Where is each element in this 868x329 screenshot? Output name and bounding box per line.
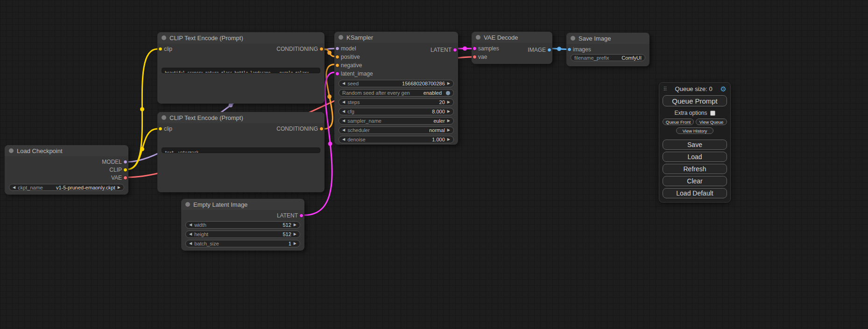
collapse-dot-icon[interactable] <box>9 148 14 153</box>
queue-front-button[interactable]: Queue Front <box>663 119 694 125</box>
node-title: CLIP Text Encode (Prompt) <box>169 114 243 121</box>
node-clip-text-encode-negative[interactable]: CLIP Text Encode (Prompt) clip CONDITION… <box>157 112 325 192</box>
node-vae-decode[interactable]: VAE Decode IMAGE samples vae <box>472 32 552 64</box>
output-label-latent: LATENT <box>277 212 298 219</box>
widget-label: filename_prefix <box>574 55 609 61</box>
collapse-dot-icon[interactable] <box>571 36 575 41</box>
node-empty-latent-image[interactable]: Empty Latent Image LATENT ◀ width 512 ▶ … <box>181 199 304 251</box>
decrement-arrow-icon[interactable]: ◀ <box>189 232 192 236</box>
collapse-dot-icon[interactable] <box>476 35 480 40</box>
decrement-arrow-icon[interactable]: ◀ <box>342 138 345 141</box>
toggle-dot-icon[interactable] <box>446 91 450 95</box>
wire-conditioning-negative <box>325 64 334 129</box>
widget-cfg[interactable]: ◀ cfg 8.000 ▶ <box>339 108 454 115</box>
input-row-samples: samples <box>472 44 552 53</box>
settings-gear-icon[interactable]: ⚙ <box>720 85 727 92</box>
collapse-dot-icon[interactable] <box>185 202 190 207</box>
node-save-image[interactable]: Save Image images filename_prefix ComfyU… <box>566 33 649 66</box>
input-slot-clip[interactable] <box>158 127 162 131</box>
decrement-arrow-icon[interactable]: ◀ <box>342 82 345 85</box>
view-queue-button[interactable]: View Queue <box>696 119 727 125</box>
widget-seed[interactable]: ◀ seed 156680208700286 ▶ <box>339 80 454 87</box>
increment-arrow-icon[interactable]: ▶ <box>447 110 450 113</box>
increment-arrow-icon[interactable]: ▶ <box>447 138 450 141</box>
input-slot-model[interactable] <box>335 47 339 51</box>
node-titlebar[interactable]: VAE Decode <box>472 32 552 43</box>
input-slot-clip[interactable] <box>158 47 162 51</box>
increment-arrow-icon[interactable]: ▶ <box>294 242 296 245</box>
node-titlebar[interactable]: Empty Latent Image <box>181 199 304 210</box>
next-arrow-icon[interactable]: ▶ <box>118 186 120 189</box>
collapse-dot-icon[interactable] <box>162 115 166 120</box>
increment-arrow-icon[interactable]: ▶ <box>294 223 296 227</box>
widget-ckpt-name[interactable]: ◀ ckpt_name v1-5-pruned-emaonly.ckpt ▶ <box>9 184 124 191</box>
input-slot-samples[interactable] <box>473 47 477 51</box>
input-slot-latent-image[interactable] <box>335 72 339 76</box>
decrement-arrow-icon[interactable]: ◀ <box>342 110 345 113</box>
increment-arrow-icon[interactable]: ▶ <box>447 100 450 104</box>
link-dot-cond-negative <box>327 95 332 99</box>
load-button[interactable]: Load <box>663 152 727 162</box>
node-clip-text-encode-positive[interactable]: CLIP Text Encode (Prompt) clip CONDITION… <box>157 32 325 104</box>
node-titlebar[interactable]: Save Image <box>566 33 649 44</box>
prev-arrow-icon[interactable]: ◀ <box>342 119 345 123</box>
widget-height[interactable]: ◀ height 512 ▶ <box>185 231 300 238</box>
queue-prompt-button[interactable]: Queue Prompt <box>663 95 727 106</box>
output-label-conditioning: CONDITIONING <box>276 46 318 52</box>
decrement-arrow-icon[interactable]: ◀ <box>189 242 192 245</box>
increment-arrow-icon[interactable]: ▶ <box>447 82 450 85</box>
increment-arrow-icon[interactable]: ▶ <box>294 232 296 236</box>
view-history-row: View History <box>663 127 727 134</box>
next-arrow-icon[interactable]: ▶ <box>447 119 450 123</box>
widget-value: 20 <box>439 99 445 105</box>
widget-denoise[interactable]: ◀ denoise 1.000 ▶ <box>339 136 454 143</box>
graph-canvas[interactable]: Load Checkpoint MODEL CLIP VAE ◀ ckpt_na… <box>0 0 868 329</box>
prompt-textarea[interactable]: beautiful scenery nature glass bottle la… <box>162 68 320 73</box>
widget-value: 156680208700286 <box>402 81 445 86</box>
decrement-arrow-icon[interactable]: ◀ <box>342 100 345 104</box>
decrement-arrow-icon[interactable]: ◀ <box>189 223 192 227</box>
output-row-vae: VAE <box>5 174 128 182</box>
prev-arrow-icon[interactable]: ◀ <box>13 186 15 189</box>
node-titlebar[interactable]: Load Checkpoint <box>5 145 128 156</box>
output-slot-clip[interactable] <box>123 168 127 172</box>
node-load-checkpoint[interactable]: Load Checkpoint MODEL CLIP VAE ◀ ckpt_na… <box>5 145 128 195</box>
collapse-dot-icon[interactable] <box>162 35 166 40</box>
widget-width[interactable]: ◀ width 512 ▶ <box>185 221 300 229</box>
load-default-button[interactable]: Load Default <box>663 188 727 198</box>
node-titlebar[interactable]: KSampler <box>334 32 458 43</box>
view-history-button[interactable]: View History <box>676 127 713 134</box>
clear-button[interactable]: Clear <box>663 176 727 186</box>
slot-row: clip CONDITIONING <box>157 124 325 133</box>
widget-batch-size[interactable]: ◀ batch_size 1 ▶ <box>185 240 300 247</box>
next-arrow-icon[interactable]: ▶ <box>447 128 450 132</box>
output-slot-vae[interactable] <box>123 175 127 180</box>
output-slot-latent[interactable] <box>299 213 303 217</box>
prev-arrow-icon[interactable]: ◀ <box>342 128 345 132</box>
extra-options-checkbox[interactable] <box>710 111 715 116</box>
input-slot-positive[interactable] <box>335 55 339 59</box>
save-button[interactable]: Save <box>663 140 727 150</box>
node-titlebar[interactable]: CLIP Text Encode (Prompt) <box>157 112 325 123</box>
input-slot-vae[interactable] <box>473 55 477 59</box>
widget-label: width <box>194 222 206 228</box>
widget-label: Random seed after every gen <box>342 90 410 96</box>
output-slot-conditioning[interactable] <box>319 47 324 51</box>
widget-filename-prefix[interactable]: filename_prefix ComfyUI <box>571 54 645 61</box>
node-titlebar[interactable]: CLIP Text Encode (Prompt) <box>157 32 325 43</box>
widget-scheduler[interactable]: ◀ scheduler normal ▶ <box>339 126 454 134</box>
widget-steps[interactable]: ◀ steps 20 ▶ <box>339 98 454 106</box>
output-slot-conditioning[interactable] <box>319 127 324 131</box>
drag-handle-icon[interactable]: ⠿ <box>663 86 667 92</box>
node-ksampler[interactable]: KSampler LATENT model positive negative … <box>334 32 458 145</box>
output-slot-model[interactable] <box>123 160 127 164</box>
collapse-dot-icon[interactable] <box>339 35 343 40</box>
widget-label: batch_size <box>194 241 219 246</box>
widget-random-seed-toggle[interactable]: Random seed after every gen enabled <box>339 89 454 97</box>
widget-sampler-name[interactable]: ◀ sampler_name euler ▶ <box>339 117 454 125</box>
widget-value: euler <box>433 118 445 124</box>
input-slot-images[interactable] <box>567 47 572 51</box>
refresh-button[interactable]: Refresh <box>663 164 727 174</box>
prompt-textarea[interactable]: text, watermark <box>162 147 320 153</box>
input-slot-negative[interactable] <box>335 63 339 68</box>
